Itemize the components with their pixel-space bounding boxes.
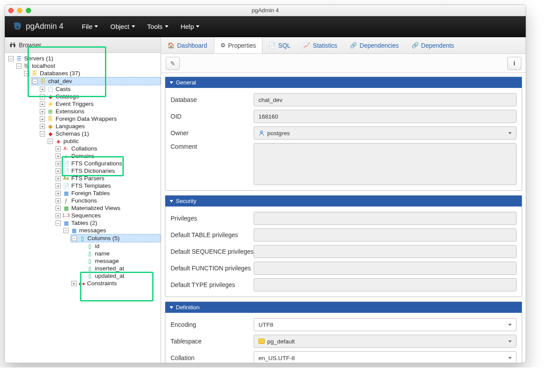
collapse-icon[interactable]: − [8,56,14,61]
tree-event-triggers[interactable]: +⚡Event Triggers [39,100,161,108]
tree-mat-views[interactable]: +▦Materialized Views [55,204,161,212]
tree-functions[interactable]: +ƒFunctions [55,197,161,204]
expand-icon[interactable]: + [40,94,45,99]
tree-sequences[interactable]: +1..3Sequences [55,212,161,219]
tree-schemas[interactable]: −◆Schemas (1) [39,130,161,137]
tree-mat-views-label: Materialized Views [71,205,120,211]
menu-object-label: Object [110,23,129,30]
expand-icon[interactable]: + [40,102,45,107]
tree-col-updated[interactable]: ▯updated_at [78,272,161,280]
info-button[interactable]: i [507,57,521,70]
menu-help[interactable]: Help [175,23,206,30]
collapse-icon[interactable]: − [48,139,53,144]
properties-panels[interactable]: General Database chat_dev OID 168160 Own… [161,73,526,363]
tree-casts-label: Casts [56,86,71,92]
label-type-priv: Default TYPE privileges [171,281,254,288]
tree-localhost[interactable]: −🐘localhost [15,62,161,70]
tree-catalogs[interactable]: +◆Catalogs [39,93,161,100]
tree-fts-dict[interactable]: +📄FTS Dictionaries [55,167,161,175]
expand-icon[interactable]: + [56,198,61,203]
panel-security-header[interactable]: Security [165,196,522,206]
expand-icon[interactable]: + [56,206,61,211]
tab-properties[interactable]: ⚙Properties [214,37,263,53]
expand-icon[interactable]: + [56,154,61,159]
expand-icon[interactable]: + [71,281,77,286]
tree-fts-conf[interactable]: +📄FTS Configurations [55,160,161,167]
foreign-tables-icon: ▦ [63,190,70,196]
label-tablespace: Tablespace [171,338,254,345]
tree-public[interactable]: −◈public [47,137,161,145]
tree-databases[interactable]: −🗄Databases (37) [23,70,161,77]
collapse-icon[interactable]: − [16,63,21,69]
tree-chat-dev[interactable]: −🗄chat_dev [31,77,161,85]
menu-file[interactable]: File [76,23,104,30]
fts-parsers-icon: Aa [63,175,70,182]
tree-fdw[interactable]: +🗄Foreign Data Wrappers [39,115,161,122]
tab-dependents[interactable]: 🔗Dependents [405,37,461,53]
fts-templates-icon: 📄 [63,183,70,189]
tree-fts-templates[interactable]: +📄FTS Templates [55,182,161,189]
tree-foreign-tables-label: Foreign Tables [71,190,110,196]
tree-fts-parsers[interactable]: +AaFTS Parsers [55,175,161,182]
tree-languages[interactable]: +◉Languages [39,122,161,130]
collapse-icon[interactable]: − [40,131,45,136]
tree-col-message[interactable]: ▯message [78,257,161,265]
value-collation[interactable]: en_US.UTF-8 [254,351,517,363]
tree-foreign-tables[interactable]: +▦Foreign Tables [55,189,161,197]
tree-col-id[interactable]: ▯id [78,242,161,250]
tab-sql[interactable]: 📄SQL [262,37,297,53]
tree-columns[interactable]: −▯Columns (5) [70,234,161,242]
tree-servers[interactable]: −☰Servers (1) [7,55,161,62]
value-encoding[interactable]: UTF8 [254,318,517,331]
value-owner[interactable]: postgres [254,126,517,140]
menu-help-label: Help [181,23,194,30]
expand-icon[interactable]: + [56,168,61,174]
tab-dependents-label: Dependents [421,42,454,49]
casts-icon: ⬚ [47,86,54,92]
panel-general-header[interactable]: General [165,77,522,88]
edit-button[interactable]: ✎ [166,57,180,70]
tree-col-inserted[interactable]: ▯inserted_at [78,265,161,272]
expand-icon[interactable]: + [56,183,61,189]
tab-dashboard[interactable]: 🏠Dashboard [161,37,214,53]
expand-icon[interactable]: + [56,161,61,166]
tree-tables[interactable]: −▦Tables (2) [55,219,161,227]
expand-icon[interactable]: + [40,109,45,114]
collapse-icon[interactable]: − [24,71,29,76]
collapse-icon[interactable]: − [56,220,61,226]
menu-object[interactable]: Object [104,23,141,30]
expand-icon[interactable]: + [40,87,45,92]
tree-messages[interactable]: −▦messages [63,227,161,234]
expand-icon[interactable]: + [56,146,61,151]
expand-icon[interactable]: + [40,124,45,129]
svg-point-0 [261,131,263,133]
menu-tools[interactable]: Tools [141,23,175,30]
tree-fts-parsers-label: FTS Parsers [71,175,105,182]
panel-general-title: General [176,79,196,86]
expand-icon[interactable]: + [56,191,61,196]
chevron-down-icon [170,200,173,203]
tree-extensions[interactable]: +⊞Extensions [39,108,161,115]
dashboard-icon: 🏠 [168,42,175,49]
tab-statistics[interactable]: 📈Statistics [297,37,344,53]
tree-constraints[interactable]: +▸◂Constraints [70,280,161,287]
tree-databases-label: Databases (37) [40,70,80,77]
tree[interactable]: −☰Servers (1) −🐘localhost −🗄Databases (3… [5,53,161,363]
expand-icon[interactable]: + [56,213,61,218]
collapse-icon[interactable]: − [63,228,69,233]
tree-col-name[interactable]: ▯name [78,250,161,257]
tree-casts[interactable]: +⬚Casts [39,85,161,93]
value-tablespace[interactable]: pg_default [254,335,517,348]
tab-dependencies[interactable]: 🔗Dependencies [344,37,405,53]
columns-icon: ▯ [79,235,86,242]
collapse-icon[interactable]: − [32,79,38,84]
panel-definition-header[interactable]: Definition [165,302,522,313]
server-group-icon: ☰ [15,56,22,62]
collapse-icon[interactable]: − [72,236,77,241]
tree-domains[interactable]: +⌂Domains [55,152,161,160]
tab-sql-label: SQL [278,42,290,49]
value-type-priv [254,278,517,291]
expand-icon[interactable]: + [56,176,61,181]
expand-icon[interactable]: + [40,116,45,122]
tree-collations[interactable]: +A↓Collations [55,145,161,152]
